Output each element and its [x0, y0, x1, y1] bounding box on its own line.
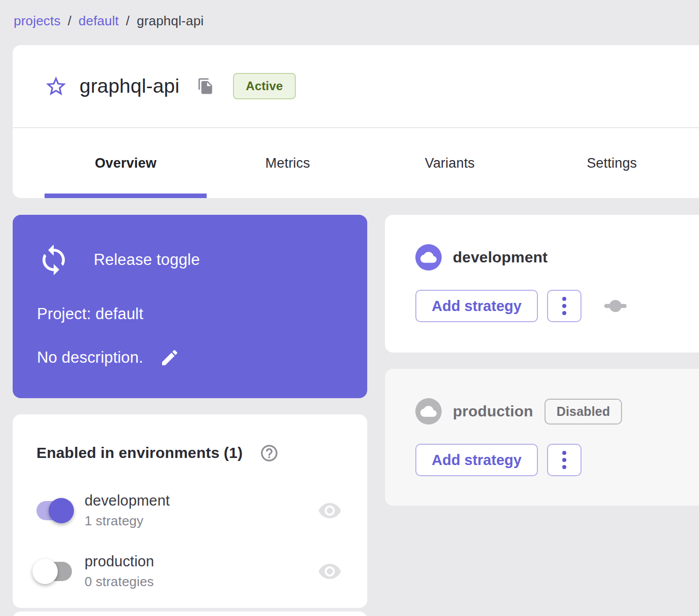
eye-icon: [318, 559, 342, 584]
copy-name-button[interactable]: [197, 77, 215, 95]
toggle-thumb: [49, 498, 74, 523]
add-strategy-button[interactable]: Add strategy: [415, 444, 538, 476]
feature-tabs: Overview Metrics Variants Settings: [13, 128, 699, 198]
eye-icon: [318, 498, 342, 523]
production-toggle[interactable]: [36, 562, 72, 581]
environment-menu-button[interactable]: [547, 290, 581, 322]
active-tab-indicator: [45, 194, 207, 198]
environment-row-labels: production 0 strategies: [85, 553, 154, 590]
feature-toggle-page: projects / default / graphql-api graphql…: [0, 0, 699, 616]
environment-avatar: [415, 398, 442, 425]
kebab-icon: [562, 311, 566, 315]
kebab-icon: [562, 465, 566, 469]
tab-label: Metrics: [265, 156, 310, 171]
view-environment-button[interactable]: [318, 498, 342, 523]
edit-icon: [160, 348, 180, 368]
tab-label: Variants: [425, 156, 475, 171]
toggle-type-card: Release toggle Project: default No descr…: [13, 215, 367, 398]
toggle-thumb: [32, 559, 58, 584]
enabled-environments-title: Enabled in environments (1): [36, 444, 243, 461]
breadcrumb-separator: /: [68, 13, 71, 29]
feature-header-card: graphql-api Active Overview Metrics Vari…: [13, 45, 699, 198]
kebab-icon: [562, 451, 566, 455]
tab-variants[interactable]: Variants: [369, 128, 531, 198]
enabled-environments-header: Enabled in environments (1): [36, 443, 367, 463]
toggle-project-label: Project: default: [37, 305, 367, 323]
edit-description-button[interactable]: [159, 346, 181, 369]
main-content: Release toggle Project: default No descr…: [0, 198, 699, 616]
environment-actions: Add strategy: [415, 444, 699, 476]
tab-metrics[interactable]: Metrics: [207, 128, 369, 198]
page-title: graphql-api: [80, 75, 179, 97]
kebab-icon: [562, 297, 566, 301]
cloud-icon: [420, 403, 437, 419]
toggle-description-row: No description.: [37, 346, 367, 369]
environment-avatar: [415, 244, 442, 271]
toggle-description: No description.: [37, 349, 143, 367]
favorite-button[interactable]: [43, 73, 68, 99]
right-column: development Add strategy: [385, 198, 699, 506]
feature-title-row: graphql-api Active: [13, 45, 699, 127]
environment-card-development: development Add strategy: [385, 215, 699, 353]
toggle-type-row: Release toggle: [37, 243, 367, 277]
status-badge: Active: [233, 73, 295, 99]
help-icon: [259, 443, 279, 463]
tab-overview[interactable]: Overview: [45, 128, 207, 198]
tab-settings[interactable]: Settings: [531, 128, 693, 198]
next-section-card: [13, 611, 367, 616]
environment-row-labels: development 1 strategy: [85, 492, 170, 529]
cloud-icon: [420, 249, 437, 265]
strategy-count: 0 strategies: [85, 574, 154, 590]
kebab-icon: [562, 458, 566, 462]
environment-menu-button[interactable]: [547, 444, 581, 476]
copy-icon: [197, 78, 214, 95]
environment-card-header: development: [415, 244, 699, 271]
view-environment-button[interactable]: [318, 559, 342, 584]
sync-icon: [37, 243, 70, 277]
breadcrumb-link-projects[interactable]: projects: [14, 13, 61, 29]
disabled-badge: Disabled: [545, 399, 623, 425]
kebab-icon: [562, 304, 566, 308]
environment-actions: Add strategy: [415, 290, 699, 322]
tab-label: Settings: [587, 156, 637, 171]
breadcrumb-current: graphql-api: [137, 13, 204, 29]
toggle-type-label: Release toggle: [94, 251, 200, 269]
environment-row-development: development 1 strategy: [36, 492, 367, 529]
breadcrumb: projects / default / graphql-api: [0, 0, 699, 29]
tab-label: Overview: [95, 156, 157, 171]
enabled-environments-card: Enabled in environments (1) development …: [13, 414, 367, 608]
help-button[interactable]: [259, 443, 279, 463]
add-strategy-button[interactable]: Add strategy: [415, 290, 538, 322]
environment-name: development: [453, 249, 548, 266]
breadcrumb-separator: /: [126, 13, 130, 29]
breadcrumb-link-default[interactable]: default: [79, 13, 119, 29]
strategy-count: 1 strategy: [85, 513, 170, 529]
environment-row-production: production 0 strategies: [36, 553, 367, 590]
star-icon: [44, 74, 68, 98]
left-column: Release toggle Project: default No descr…: [13, 198, 367, 616]
environment-name: development: [85, 492, 170, 509]
environment-name: production: [453, 403, 533, 420]
development-toggle[interactable]: [36, 501, 72, 520]
environment-card-header: production Disabled: [415, 398, 699, 425]
environment-card-production: production Disabled Add strategy: [385, 369, 699, 506]
environment-name: production: [85, 553, 154, 570]
strategy-node-icon: [604, 299, 627, 313]
